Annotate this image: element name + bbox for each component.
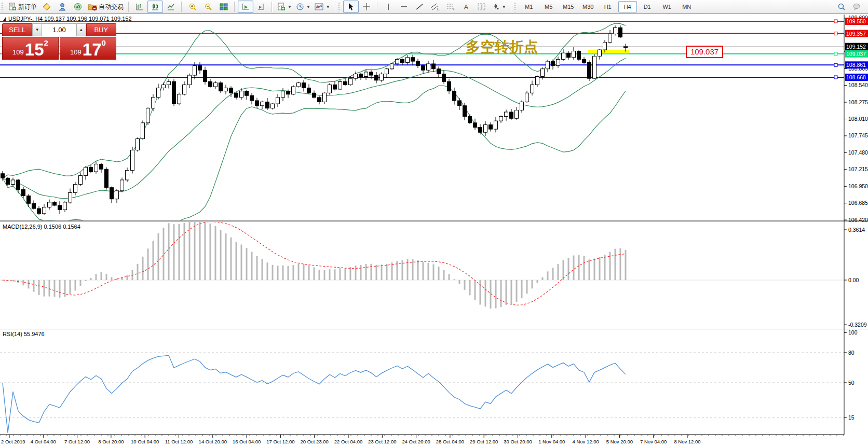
macd-histogram-bar — [620, 248, 621, 280]
macd-histogram-bar — [23, 280, 24, 285]
timeframe-h1-button[interactable]: H1 — [599, 1, 617, 12]
candle-body — [32, 203, 36, 208]
toolbar-drag-handle[interactable] — [514, 2, 517, 11]
macd-histogram-bar — [438, 267, 440, 280]
yellow-highlight-segment[interactable] — [588, 50, 629, 53]
trendline-icon — [415, 3, 424, 11]
candlestick-chart-button[interactable] — [147, 1, 163, 13]
macd-histogram-bar — [90, 278, 92, 280]
candle-body — [261, 102, 264, 105]
macd-histogram-bar — [28, 280, 30, 288]
sell-price-panel[interactable]: 109152 — [2, 37, 59, 60]
indicators-button[interactable]: ▼ — [275, 1, 294, 13]
sell-button[interactable]: SELL — [2, 23, 32, 36]
time-tick-label: 22 Oct 04:00 — [334, 439, 362, 444]
macd-histogram-bar — [526, 280, 528, 294]
auto-scroll-button[interactable] — [238, 1, 253, 13]
toolbar-drag-handle[interactable] — [1, 2, 4, 11]
candle-body — [297, 83, 301, 87]
toolbar-drag-handle[interactable] — [338, 2, 341, 11]
timeframe-m15-button[interactable]: M15 — [559, 1, 578, 12]
volume-spin-down-button[interactable]: ▼ — [32, 23, 42, 36]
timeframe-group: M1M5M15M30H1H4D1W1MN — [518, 1, 698, 13]
level-line-handle[interactable] — [834, 32, 837, 35]
timeframe-h4-button[interactable]: H4 — [618, 1, 637, 12]
line-chart-button[interactable] — [163, 1, 179, 13]
price-tick-label: 107.215 — [848, 166, 868, 172]
text-tool-button[interactable]: A — [458, 1, 474, 13]
macd-histogram-bar — [355, 266, 357, 280]
level-line-handle[interactable] — [834, 76, 837, 79]
text-label-tool-button[interactable]: T — [474, 1, 490, 13]
time-tick-label: 7 Nov 04:00 — [640, 439, 667, 444]
vertical-line-tool-button[interactable] — [381, 1, 396, 13]
chart-window[interactable]: 多空转折点109.037USDJPY-, H4 109.137 109.196 … — [0, 15, 868, 446]
tile-windows-button[interactable] — [216, 1, 232, 13]
macd-histogram-bar — [236, 242, 237, 280]
fibonacci-tool-button[interactable]: F — [443, 1, 458, 13]
macd-histogram-bar — [521, 280, 523, 298]
time-tick-label: 16 Oct 04:00 — [233, 439, 261, 444]
metaeditor-button[interactable] — [39, 1, 55, 13]
templates-button[interactable]: ▼ — [313, 1, 332, 13]
bollinger-lower-band[interactable] — [3, 86, 626, 232]
zoom-out-button[interactable] — [200, 1, 216, 13]
macd-histogram-bar — [329, 269, 331, 280]
chart-annotation-text[interactable]: 多空转折点 — [466, 38, 538, 55]
trendline-tool-button[interactable] — [412, 1, 427, 13]
chart-shift-button[interactable] — [253, 1, 269, 13]
arrows-tool-button[interactable]: ▼ — [490, 1, 508, 13]
timeframe-m5-button[interactable]: M5 — [539, 1, 558, 12]
price-axis[interactable]: 109.600109.335109.070108.805108.540108.2… — [844, 15, 868, 435]
volume-spin-up-button[interactable]: ▲ — [76, 23, 86, 36]
macd-histogram-bar — [542, 277, 544, 280]
crosshair-tool-button[interactable] — [359, 1, 374, 13]
candle-body — [328, 85, 332, 93]
level-line-handle[interactable] — [834, 20, 837, 23]
timeframe-mn-button[interactable]: MN — [677, 1, 696, 12]
new-order-button[interactable]: 新订单 — [6, 1, 39, 13]
time-axis[interactable]: 2 Oct 20194 Oct 04:007 Oct 12:008 Oct 20… — [0, 435, 844, 444]
periods-button[interactable]: ▼ — [294, 1, 313, 13]
cursor-tool-button[interactable] — [343, 1, 359, 13]
chat-button[interactable] — [55, 1, 70, 13]
horizontal-line-tool-button[interactable] — [396, 1, 412, 13]
timeframe-d1-button[interactable]: D1 — [638, 1, 657, 12]
candle-body — [588, 63, 591, 79]
rsi-label: RSI(14) 55.9476 — [3, 331, 45, 337]
signals-button[interactable] — [70, 1, 86, 13]
search-button[interactable] — [834, 1, 849, 13]
candlestick-chart-icon — [151, 3, 159, 11]
macd-histogram-bar — [241, 245, 242, 280]
zoom-in-button[interactable] — [185, 1, 200, 13]
sell-price-big: 15 — [25, 41, 44, 58]
help-button[interactable] — [849, 1, 865, 13]
timeframe-m1-button[interactable]: M1 — [520, 1, 538, 12]
volume-input[interactable] — [42, 23, 76, 36]
macd-histogram-bar — [495, 280, 497, 308]
candle-body — [624, 47, 628, 48]
candle-body — [546, 61, 550, 69]
bollinger-middle-band[interactable] — [3, 58, 626, 198]
timeframe-w1-button[interactable]: W1 — [658, 1, 676, 12]
candle-body — [349, 78, 352, 85]
level-line-handle[interactable] — [834, 63, 837, 66]
buy-button[interactable]: BUY — [86, 23, 116, 36]
macd-histogram-bar — [44, 280, 45, 297]
buy-price-panel[interactable]: 109170 — [60, 37, 116, 60]
chart-canvas[interactable]: 多空转折点109.037USDJPY-, H4 109.137 109.196 … — [0, 15, 868, 446]
macd-histogram-bar — [500, 280, 502, 307]
level-line-handle[interactable] — [834, 52, 837, 55]
bar-chart-button[interactable] — [132, 1, 147, 13]
zoom-in-icon — [188, 3, 197, 11]
macd-histogram-bar — [568, 258, 569, 280]
equidistant-channel-tool-button[interactable]: E — [427, 1, 443, 13]
macd-histogram-bar — [142, 257, 144, 280]
timeframe-m30-button[interactable]: M30 — [579, 1, 598, 12]
candle-body — [162, 85, 166, 88]
autotrading-button[interactable]: 自动交易 — [86, 1, 126, 13]
channel-icon: E — [430, 3, 440, 11]
candle-body — [146, 108, 150, 123]
svg-text:E: E — [437, 7, 440, 11]
macd-histogram-bar — [38, 280, 40, 295]
